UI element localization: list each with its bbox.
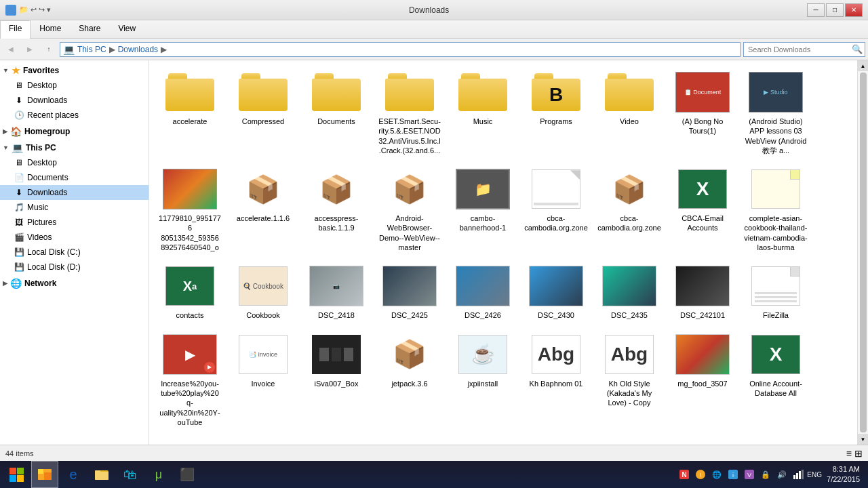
dsc2430-icon [529,264,583,308]
address-path[interactable]: 💻 This PC ▶ Downloads ▶ [60,42,741,57]
tab-share[interactable]: Share [70,20,109,38]
sidebar-item-documents-pc[interactable]: 📄 Documents [0,170,149,185]
file-item[interactable]: iSva007_Box [301,328,372,432]
tray-language[interactable]: ENG [808,468,821,481]
file-item[interactable]: Xa contacts [155,260,225,325]
start-button[interactable] [3,461,30,488]
taskbar-ie[interactable]: e [60,461,87,488]
system-clock[interactable]: 8:31 AM 7/22/2015 [824,464,863,485]
favorites-header[interactable]: ▼ ★ Favorites [0,63,149,78]
search-container: 🔍 [743,42,865,57]
grid-view-button[interactable]: ⊞ [854,448,863,459]
file-item[interactable]: DSC_242101 [667,260,738,325]
sidebar-item-local-d[interactable]: 💾 Local Disk (D:) [0,260,149,274]
tab-file[interactable]: File [0,20,31,39]
tray-icon-2[interactable]: ! [694,468,707,481]
sidebar-item-downloads-pc[interactable]: ⬇ Downloads [0,185,149,200]
file-item[interactable]: cbca-cambodia.org.zone [521,163,591,257]
vertical-scrollbar[interactable]: ▲ ▼ [857,60,868,445]
file-item[interactable]: complete-asian-cookbook-thailand-vietnam… [741,163,811,257]
search-input[interactable] [743,42,865,57]
sidebar-item-desktop-fav[interactable]: 🖥 Desktop [0,78,149,93]
file-item[interactable]: 📦 accesspress-basic.1.1.9 [301,163,372,257]
sidebar-item-music-pc[interactable]: 🎵 Music [0,200,149,215]
file-item[interactable]: FileZilla [741,260,811,325]
sidebar: ▼ ★ Favorites 🖥 Desktop ⬇ Downloads 🕒 Re… [0,60,149,445]
file-item[interactable]: 📦 accelerate.1.1.6 [228,163,298,257]
file-item[interactable]: Video [594,66,665,160]
file-item[interactable]: X Online Account-Database All [741,328,811,432]
file-item[interactable]: 📑 Invoice Invoice [228,328,298,432]
file-item[interactable]: ESET.Smart.Secu­rity.5.&.ESET.NOD32.Anti… [374,66,445,160]
file-item[interactable]: DSC_2425 [374,260,445,325]
file-item[interactable]: 🍳 Cookbook Cookbook [228,260,298,325]
file-item[interactable]: 📦 Android-WebBrowser-Demo--WebView--mast… [374,163,445,257]
homegroup-icon: 🏠 [10,126,22,137]
thispc-header[interactable]: ▼ 💻 This PC [0,140,149,155]
file-item[interactable]: DSC_2426 [448,260,518,325]
homegroup-header[interactable]: ▶ 🏠 Homegroup [0,124,149,139]
list-view-button[interactable]: ≡ [846,448,852,459]
tray-security[interactable]: 🔒 [759,468,772,481]
path-thispc[interactable]: This PC [77,45,106,54]
file-item[interactable]: 11779810_9951776 80513542_59356 89257646… [155,163,225,257]
tray-network[interactable]: 🌐 [710,468,724,481]
taskbar-cmd[interactable]: ⬛ [174,461,201,488]
file-name: Increase%20you­tube%20play%20q­uality%20… [158,379,222,427]
sidebar-item-local-c[interactable]: 💾 Local Disk (C:) [0,245,149,260]
sidebar-item-recent[interactable]: 🕒 Recent places [0,108,149,123]
minimize-button[interactable]: ─ [807,3,825,17]
file-item[interactable]: 📦 jetpack.3.6 [374,328,445,432]
file-item[interactable]: 📁 cambo-bannerhood-1 [448,163,518,257]
tab-view[interactable]: View [109,20,144,38]
taskbar-store[interactable]: 🛍 [117,461,144,488]
sidebar-item-label: Desktop [27,158,57,167]
network-header[interactable]: ▶ 🌐 Network [0,276,149,291]
file-item[interactable]: 📷 DSC_2418 [301,260,372,325]
file-item[interactable]: 📦 cbca-cambodia.org.zone [594,163,665,257]
file-item[interactable]: ▶ Studio (Android Studio) APP lessons 03… [741,66,811,160]
sidebar-item-desktop-pc[interactable]: 🖥 Desktop [0,155,149,170]
folder-programs-icon: B [529,70,583,114]
svg-rect-21 [802,470,804,479]
tab-home[interactable]: Home [31,20,70,38]
tray-speaker[interactable]: 🔊 [775,468,789,481]
sidebar-item-label: Desktop [27,81,57,90]
file-item[interactable]: accelerate [155,66,225,160]
tray-network-status[interactable] [791,468,805,481]
svg-rect-0 [9,468,16,474]
file-item[interactable]: DSC_2435 [594,260,665,325]
tray-icon-3[interactable]: i [726,468,740,481]
favorites-label: Favorites [23,66,59,75]
sidebar-item-downloads-fav[interactable]: ⬇ Downloads [0,93,149,108]
forward-button[interactable]: ▶ [22,41,38,58]
file-item[interactable]: Documents [301,66,372,160]
file-item[interactable]: X CBCA-Email Accounts [667,163,738,257]
tray-antivirus[interactable]: N [677,468,691,481]
path-downloads[interactable]: Downloads [118,45,158,54]
maximize-button[interactable]: □ [826,3,844,17]
file-item[interactable]: Music [448,66,518,160]
sidebar-item-label: Downloads [27,96,67,105]
back-button[interactable]: ◀ [3,41,19,58]
homegroup-chevron: ▶ [3,128,7,135]
taskbar-utorrent[interactable]: μ [145,461,172,488]
file-item[interactable]: 📋 Document (A) Bong No Tours(1) [667,66,738,160]
up-button[interactable]: ↑ [41,41,57,58]
file-item[interactable]: B Programs [521,66,591,160]
tray-icon-4[interactable]: V [743,468,756,481]
file-item[interactable]: Abg Kh Old Style (Kakada's My Love) - Co… [594,328,665,432]
file-item[interactable]: Abg Kh Baphnom 01 [521,328,591,432]
favorites-section: ▼ ★ Favorites 🖥 Desktop ⬇ Downloads 🕒 Re… [0,63,149,123]
file-item[interactable]: ▶ ▶ Increase%20you­tube%20play%20q­ualit… [155,328,225,432]
sidebar-item-videos-pc[interactable]: 🎬 Videos [0,230,149,245]
taskbar-explorer[interactable] [31,461,58,488]
file-item[interactable]: ☕ jxpiinstall [448,328,518,432]
sidebar-item-pictures-pc[interactable]: 🖼 Pictures [0,215,149,230]
file-item[interactable]: mg_food_3507 [667,328,738,432]
file-item[interactable]: DSC_2430 [521,260,591,325]
file-item[interactable]: Compressed [228,66,298,160]
close-button[interactable]: ✕ [845,3,863,17]
favorites-star-icon: ★ [12,65,20,76]
taskbar-folder[interactable] [88,461,115,488]
